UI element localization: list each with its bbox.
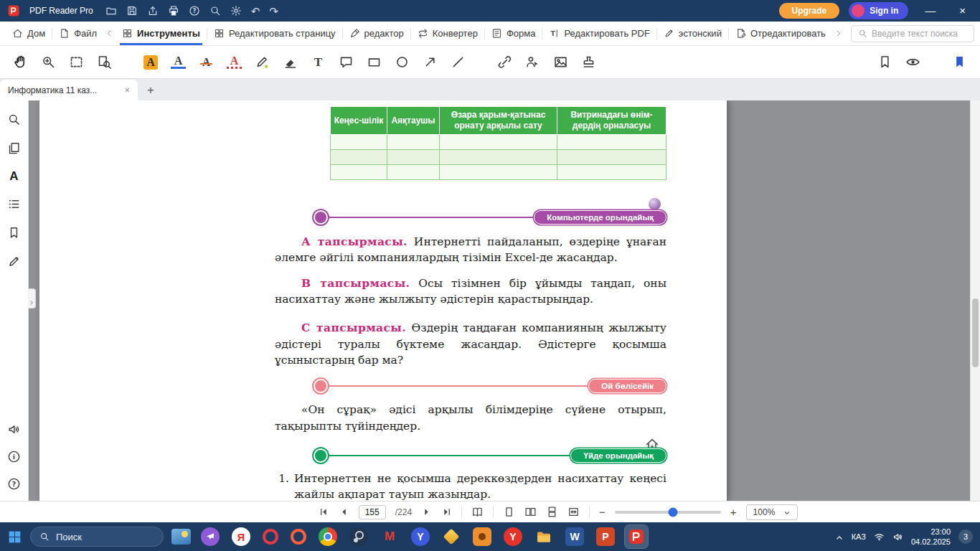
- add-text-icon[interactable]: T: [311, 55, 326, 70]
- wifi-icon[interactable]: [874, 532, 885, 542]
- search-box[interactable]: [851, 25, 974, 42]
- comment-icon[interactable]: [339, 55, 354, 70]
- menu-item-edit-page[interactable]: Редактировать страницу: [207, 22, 342, 45]
- taskbar-app-pdf-reader[interactable]: [625, 525, 648, 548]
- sidebar-bookmark-icon[interactable]: [7, 226, 21, 240]
- two-page-view-icon[interactable]: [524, 506, 537, 518]
- taskbar-app-opera[interactable]: [260, 527, 281, 547]
- book-view-icon[interactable]: [471, 506, 484, 518]
- vertical-scrollbar[interactable]: [970, 100, 980, 501]
- line-shape-icon[interactable]: [451, 55, 466, 70]
- underline-text-icon[interactable]: A: [171, 55, 186, 69]
- marquee-select-icon[interactable]: [69, 55, 84, 70]
- taskbar-app-yandex[interactable]: Я: [230, 525, 253, 548]
- taskbar-app-y-blue[interactable]: Y: [409, 525, 432, 548]
- print-icon[interactable]: [168, 5, 179, 17]
- taskbar-app-chrome[interactable]: [316, 525, 339, 548]
- last-page-button[interactable]: [441, 507, 452, 517]
- preview-eye-icon[interactable]: [905, 55, 920, 70]
- single-page-view-icon[interactable]: [503, 506, 515, 518]
- notification-badge[interactable]: 3: [958, 529, 973, 544]
- menu-item-estonian[interactable]: эстонский: [657, 22, 728, 45]
- freehand-pen-icon[interactable]: [255, 55, 270, 70]
- sidebar-search-icon[interactable]: [7, 113, 21, 126]
- menu-item-edit-doc[interactable]: Отредактировать: [729, 22, 832, 45]
- circle-shape-icon[interactable]: [395, 55, 410, 70]
- page-number-input[interactable]: 155: [359, 505, 386, 519]
- taskbar-app-gem-game[interactable]: [440, 525, 463, 548]
- hand-tool-icon[interactable]: [13, 55, 28, 70]
- menu-item-file[interactable]: Файл: [52, 22, 103, 45]
- menu-item-edit-pdf[interactable]: T Редактировать PDF: [542, 22, 656, 45]
- taskbar-app-powerpoint[interactable]: P: [594, 525, 617, 548]
- signature-icon[interactable]: [525, 55, 540, 70]
- share-icon[interactable]: [147, 5, 159, 17]
- start-button[interactable]: [7, 529, 22, 545]
- menu-item-editor[interactable]: редактор: [343, 22, 410, 45]
- taskbar-app-mail[interactable]: М: [378, 525, 401, 548]
- zoom-level-dropdown[interactable]: 100%: [746, 504, 798, 520]
- language-indicator[interactable]: КАЗ: [852, 532, 866, 541]
- menu-item-tools[interactable]: Инструменты: [116, 22, 207, 45]
- chevron-left-icon[interactable]: [105, 29, 114, 38]
- taskbar-app-messenger[interactable]: [199, 525, 222, 548]
- info-icon[interactable]: i: [7, 450, 21, 463]
- sidebar-outline-icon[interactable]: [7, 197, 21, 211]
- tab-close-icon[interactable]: ×: [124, 85, 130, 95]
- signin-button[interactable]: Sign in: [849, 2, 908, 19]
- previous-page-button[interactable]: [339, 507, 349, 517]
- upgrade-button[interactable]: Upgrade: [779, 3, 840, 19]
- taskbar-app-steam[interactable]: [347, 525, 370, 548]
- menu-item-home[interactable]: Дом: [6, 22, 52, 45]
- search-input[interactable]: [872, 29, 967, 39]
- zoom-out-button[interactable]: −: [599, 507, 606, 517]
- weather-widget-icon[interactable]: [171, 529, 191, 545]
- bookmark-outline-icon[interactable]: [877, 55, 892, 70]
- loupe-icon[interactable]: [97, 55, 112, 70]
- insert-image-icon[interactable]: [553, 55, 568, 70]
- menu-item-form[interactable]: Форма: [485, 22, 542, 45]
- highlight-text-icon[interactable]: A: [143, 55, 158, 70]
- taskbar-search[interactable]: Поиск: [30, 527, 164, 547]
- fit-width-view-icon[interactable]: [567, 506, 580, 518]
- first-page-button[interactable]: [319, 507, 329, 517]
- taskbar-app-explorer[interactable]: [532, 525, 555, 548]
- volume-icon[interactable]: [892, 532, 903, 542]
- panel-expand-arrow[interactable]: [28, 288, 36, 309]
- tray-expand-icon[interactable]: [835, 532, 844, 541]
- link-icon[interactable]: [497, 55, 512, 70]
- minimize-button[interactable]: —: [918, 0, 943, 22]
- arrow-shape-icon[interactable]: [423, 55, 438, 70]
- help-icon[interactable]: ?: [189, 5, 200, 17]
- read-aloud-icon[interactable]: [7, 423, 21, 436]
- taskbar-app-opera-gx[interactable]: [288, 527, 308, 547]
- rectangle-shape-icon[interactable]: [367, 55, 382, 70]
- continuous-view-icon[interactable]: [546, 506, 558, 518]
- zoom-in-button[interactable]: +: [730, 507, 737, 517]
- pdf-viewer[interactable]: Кеңес-шілік Аяқтаушы Өзара қарым-қатынас…: [29, 100, 980, 501]
- redo-icon[interactable]: ↷: [269, 6, 278, 17]
- bookmark-filled-icon[interactable]: [952, 55, 967, 70]
- sidebar-signature-icon[interactable]: [7, 255, 21, 268]
- zoom-slider-knob[interactable]: [669, 507, 678, 517]
- taskbar-app-game[interactable]: [471, 525, 494, 548]
- save-icon[interactable]: [126, 5, 138, 17]
- menu-item-converter[interactable]: Конвертер: [411, 22, 484, 45]
- search-icon[interactable]: [209, 5, 221, 17]
- clock[interactable]: 23:00 04.02.2025: [911, 527, 951, 547]
- open-file-icon[interactable]: [105, 5, 117, 17]
- sidebar-fonts-icon[interactable]: A: [9, 170, 18, 182]
- eraser-icon[interactable]: [283, 55, 298, 70]
- zoom-slider[interactable]: [615, 511, 721, 514]
- pdf-page[interactable]: Кеңес-шілік Аяқтаушы Өзара қарым-қатынас…: [39, 100, 727, 501]
- strikeout-text-icon[interactable]: A: [199, 55, 214, 70]
- zoom-select-icon[interactable]: [41, 55, 56, 70]
- taskbar-app-word[interactable]: W: [563, 525, 586, 548]
- close-button[interactable]: ×: [952, 0, 973, 22]
- new-tab-button[interactable]: +: [138, 80, 164, 100]
- settings-gear-icon[interactable]: [230, 5, 242, 17]
- taskbar-app-y-red[interactable]: Y: [501, 525, 524, 548]
- stamp-icon[interactable]: [581, 55, 596, 70]
- chevron-right-icon[interactable]: [834, 29, 843, 38]
- sidebar-thumbnails-icon[interactable]: [7, 141, 21, 155]
